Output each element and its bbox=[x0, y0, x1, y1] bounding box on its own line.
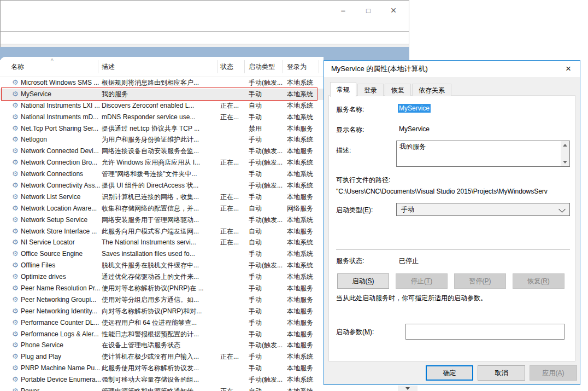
service-logon-as: 网络服务 bbox=[287, 203, 320, 214]
table-row[interactable]: ⚙ Network Connections 管理"网络和拨号连接"文件夹中...… bbox=[0, 168, 324, 180]
table-row[interactable]: ⚙ Net.Tcp Port Sharing Ser... 提供通过 net.t… bbox=[0, 123, 324, 135]
scroll-up-icon[interactable] bbox=[561, 141, 569, 149]
table-row[interactable]: ⚙ Performance Counter DL... 使远程用户和 64 位进… bbox=[0, 317, 324, 329]
service-logon-as: 本地系统 bbox=[287, 351, 320, 363]
service-startup-type: 手动 bbox=[249, 294, 285, 306]
annotation-highlight-rectangle bbox=[1, 87, 317, 101]
ok-button[interactable]: 确定 bbox=[426, 365, 473, 381]
table-row[interactable]: ⚙ MyService 我的服务 手动 本地系统 bbox=[0, 89, 324, 100]
table-row[interactable]: ⚙ Plug and Play 使计算机在极少或没有用户输入... 正在... … bbox=[0, 351, 324, 363]
tab-dependencies[interactable]: 依存关系 bbox=[412, 84, 451, 96]
maximize-icon[interactable]: □ bbox=[362, 4, 375, 17]
tab-logon[interactable]: 登录 bbox=[357, 84, 384, 96]
table-row[interactable]: ⚙ Portable Device Enumera... 强制可移动大容量存储设… bbox=[0, 374, 324, 386]
minimize-icon[interactable]: − bbox=[337, 4, 350, 17]
service-description: 使计算机在极少或没有用户输入... bbox=[102, 351, 217, 363]
column-header-logon-as[interactable]: 登录为 bbox=[287, 57, 307, 77]
table-row[interactable]: ⚙ NI Service Locator The National Instru… bbox=[0, 237, 324, 248]
description-textarea[interactable]: 我的服务 bbox=[396, 141, 570, 167]
table-row[interactable]: ⚙ National Instruments mD... mDNS Respon… bbox=[0, 112, 324, 123]
service-gear-icon: ⚙ bbox=[12, 191, 20, 203]
service-status bbox=[220, 214, 246, 226]
description-scrollbar[interactable] bbox=[561, 141, 569, 166]
column-header-startup-type[interactable]: 启动类型 bbox=[249, 57, 275, 77]
scrollbar-remnant[interactable] bbox=[398, 386, 418, 391]
cancel-button[interactable]: 取消 bbox=[478, 365, 525, 381]
table-row[interactable]: ⚙ Network Store Interface ... 此服务向用户模式客户… bbox=[0, 226, 324, 237]
table-row[interactable]: ⚙ Network Location Aware... 收集和存储网络的配置信息… bbox=[0, 203, 324, 214]
startup-type-select[interactable]: 手动 bbox=[396, 203, 570, 216]
service-name: Network Store Interface ... bbox=[21, 226, 101, 237]
table-row[interactable]: ⚙ Phone Service 在设备上管理电话服务状态 手动(触发... 本地… bbox=[0, 340, 324, 351]
start-button[interactable]: 启动(S) bbox=[337, 273, 389, 289]
service-name: Network Location Aware... bbox=[21, 203, 101, 214]
service-startup-type: 手动 bbox=[249, 248, 285, 260]
service-status bbox=[220, 248, 246, 260]
service-gear-icon: ⚙ bbox=[12, 112, 20, 123]
service-startup-type: 手动 bbox=[249, 306, 285, 317]
service-logon-as: 本地服务 bbox=[287, 340, 320, 351]
separator bbox=[336, 249, 570, 250]
table-row[interactable]: ⚙ Netlogon 为用户和服务身份验证维护此计... 手动 本地系统 bbox=[0, 134, 324, 145]
service-description: The National Instruments servi... bbox=[102, 237, 217, 248]
pause-button[interactable]: 暂停(P) bbox=[454, 273, 506, 289]
caption-buttons: − □ × bbox=[337, 4, 400, 17]
service-gear-icon: ⚙ bbox=[12, 214, 20, 226]
close-icon[interactable]: × bbox=[387, 4, 400, 17]
start-params-input[interactable] bbox=[405, 324, 565, 340]
column-divider bbox=[319, 60, 319, 73]
service-description: Saves installation files used fo... bbox=[102, 248, 217, 260]
service-gear-icon: ⚙ bbox=[12, 351, 20, 363]
service-status bbox=[220, 329, 246, 340]
table-row[interactable]: ⚙ Network Connection Bro... 允许 Windows 应… bbox=[0, 157, 324, 168]
service-description: 脱机文件服务在脱机文件缓存中... bbox=[102, 260, 217, 271]
table-row[interactable]: ⚙ Peer Networking Identity... 向对等名称解析协议(… bbox=[0, 306, 324, 317]
service-logon-as: 本地系统 bbox=[287, 248, 320, 260]
service-properties-dialog: MyService 的属性(本地计算机) × 常规 登录 恢复 依存关系 服务名… bbox=[324, 60, 580, 385]
table-row[interactable]: ⚙ Network Connected Devi... 网络连接设备自动安装服务… bbox=[0, 145, 324, 157]
service-status: 正在... bbox=[220, 191, 246, 203]
service-name: Network Connection Bro... bbox=[21, 157, 101, 168]
dialog-close-icon[interactable]: × bbox=[561, 62, 575, 75]
table-row[interactable]: ⚙ Network Setup Service 网络安装服务用于管理网络驱动..… bbox=[0, 214, 324, 226]
table-row[interactable]: ⚙ Offline Files 脱机文件服务在脱机文件缓存中... 手动(触发.… bbox=[0, 260, 324, 271]
service-startup-type: 手动(触发... bbox=[249, 340, 285, 351]
table-row[interactable]: ⚙ PNRP Machine Name Pu... 此服务使用对等名称解析协议发… bbox=[0, 363, 324, 374]
table-row[interactable]: ⚙ Peer Name Resolution Pr... 使用对等名称解析协议(… bbox=[0, 283, 324, 294]
service-status: 正在... bbox=[220, 351, 246, 363]
apply-button[interactable]: 应用(A) bbox=[530, 365, 577, 381]
service-logon-as: 本地系统 bbox=[287, 237, 320, 248]
column-header-description[interactable]: 描述 bbox=[102, 57, 115, 77]
service-gear-icon: ⚙ bbox=[12, 100, 20, 112]
table-row[interactable]: ⚙ Office Source Engine Saves installatio… bbox=[0, 248, 324, 260]
stop-button[interactable]: 停止(T) bbox=[396, 273, 448, 289]
service-gear-icon: ⚙ bbox=[12, 203, 20, 214]
column-header-name[interactable]: 名称 bbox=[11, 57, 24, 77]
resume-button[interactable]: 恢复(R) bbox=[513, 273, 565, 289]
table-row[interactable]: ⚙ Microsoft Windows SMS ... 根据规则将消息路由到相应… bbox=[0, 77, 324, 89]
table-row[interactable]: ⚙ National Instruments LXI ... Discovers… bbox=[0, 100, 324, 112]
table-row[interactable]: ⚙ Power 管理电源策略和电源策略通知传... 正在... 自动 本地系统 bbox=[0, 386, 324, 391]
service-status bbox=[220, 180, 246, 191]
column-header-status[interactable]: 状态 bbox=[220, 57, 233, 77]
table-row[interactable]: ⚙ Peer Networking Groupi... 使用对等分组启用多方通信… bbox=[0, 294, 324, 306]
table-row[interactable]: ⚙ Network List Service 识别计算机已连接的网络，收集...… bbox=[0, 191, 324, 203]
service-startup-type: 手动 bbox=[249, 317, 285, 329]
service-name: Offline Files bbox=[21, 260, 101, 271]
service-logon-as: 本地系统 bbox=[287, 260, 320, 271]
service-startup-type: 禁用 bbox=[249, 123, 285, 135]
table-row[interactable]: ⚙ Network Connectivity Ass... 提供 UI 组件的 … bbox=[0, 180, 324, 191]
service-name: Peer Networking Identity... bbox=[21, 306, 101, 317]
table-row[interactable]: ⚙ Optimize drives 通过优化存储驱动器上的文件来... 手动 本… bbox=[0, 271, 324, 283]
service-gear-icon: ⚙ bbox=[12, 294, 20, 306]
service-description: 此服务向用户模式客户端发送网... bbox=[102, 226, 217, 237]
service-logon-as: 本地服务 bbox=[287, 329, 320, 340]
tab-general[interactable]: 常规 bbox=[330, 82, 356, 97]
start-params-hint: 当从此处启动服务时，你可指定所适用的启动参数。 bbox=[336, 294, 487, 303]
tab-recovery[interactable]: 恢复 bbox=[385, 84, 411, 96]
scroll-down-icon[interactable] bbox=[561, 158, 569, 166]
service-startup-type: 自动 bbox=[249, 386, 285, 391]
service-gear-icon: ⚙ bbox=[12, 157, 20, 168]
service-gear-icon: ⚙ bbox=[12, 77, 20, 89]
table-row[interactable]: ⚙ Performance Logs & Aler... 性能日志和警报根据预配… bbox=[0, 329, 324, 340]
